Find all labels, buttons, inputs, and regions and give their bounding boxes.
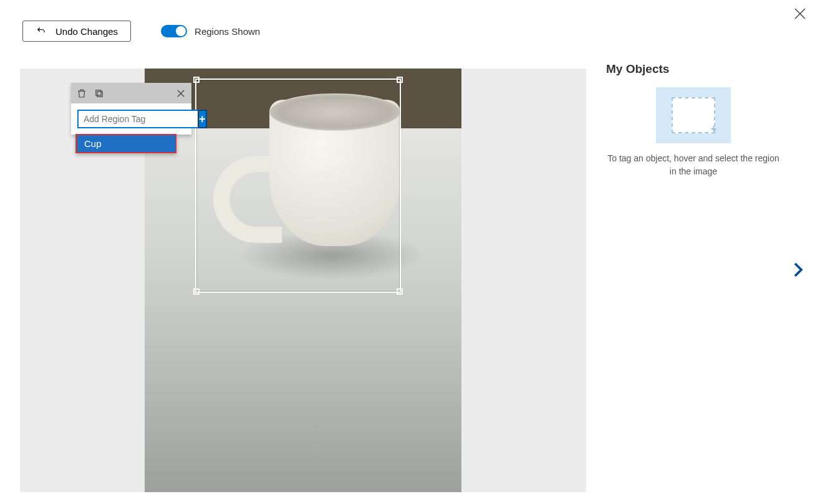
toggle-knob [176,26,186,36]
tag-popup: + [71,83,191,135]
resize-handle-bottom-left[interactable] [193,288,200,295]
undo-icon [36,25,47,38]
resize-handle-bottom-right[interactable] [397,288,403,295]
svg-rect-3 [96,90,101,95]
resize-handle-top-left[interactable] [193,77,200,83]
objects-panel-hint: To tag an object, hover and select the r… [606,152,781,178]
undo-changes-label: Undo Changes [55,26,118,37]
copy-icon[interactable] [94,88,105,99]
tag-suggestion-dropdown: Cup [75,134,176,153]
add-tag-button[interactable]: + [198,110,207,128]
close-button[interactable] [793,6,808,21]
undo-changes-button[interactable]: Undo Changes [22,21,131,42]
plus-icon: + [199,113,206,126]
objects-panel-title: My Objects [606,62,781,76]
dashed-box-icon: + [672,97,715,133]
selection-region[interactable] [195,78,401,293]
region-tag-input[interactable] [77,110,198,128]
close-popup-icon[interactable] [175,88,186,99]
plus-corner-icon: + [711,123,716,135]
object-placeholder[interactable]: + [656,87,731,143]
regions-shown-label: Regions Shown [195,26,260,37]
svg-rect-2 [97,92,102,97]
regions-shown-toggle[interactable] [161,25,187,37]
delete-icon[interactable] [76,88,87,99]
tag-suggestion-item[interactable]: Cup [77,135,175,152]
next-image-button[interactable] [789,260,808,279]
resize-handle-top-right[interactable] [397,77,403,83]
objects-panel: My Objects + To tag an object, hover and… [606,62,781,178]
